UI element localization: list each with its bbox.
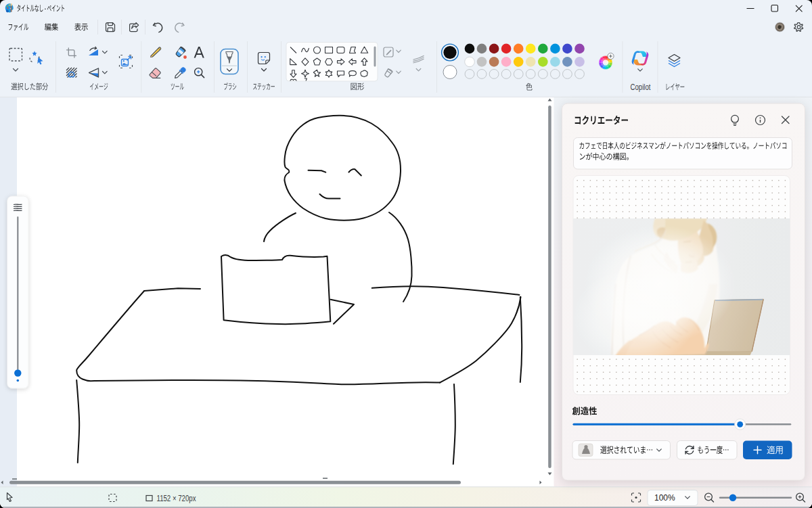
svg-text:1152 × 720px: 1152 × 720px [157, 494, 196, 503]
svg-text:Copilot: Copilot [631, 83, 652, 92]
svg-text:100%: 100% [654, 493, 675, 503]
